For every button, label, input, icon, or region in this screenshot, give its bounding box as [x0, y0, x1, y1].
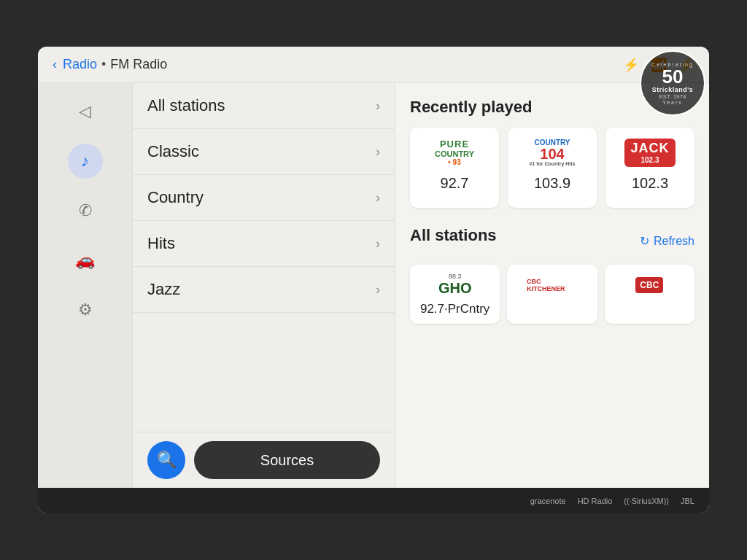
header-left: ‹ Radio • FM Radio [53, 57, 167, 72]
sidebar: ◁ ♪ ✆ 🚗 ⚙ [38, 83, 133, 488]
refresh-label: Refresh [654, 235, 694, 248]
country104-logo: COUNTRY 104 #1 for Country Hits [523, 136, 581, 169]
sirius-xm-label: ((·SiriusXM)) [624, 497, 669, 505]
refresh-button[interactable]: ↻ Refresh [640, 234, 694, 248]
search-button[interactable]: 🔍 [147, 441, 185, 479]
sidebar-item-settings[interactable]: ⚙ [68, 292, 103, 327]
breadcrumb-radio[interactable]: Radio [63, 57, 97, 72]
status-bar: gracenote HD Radio ((·SiriusXM)) JBL [38, 488, 709, 513]
chevron-right-icon: › [376, 236, 380, 252]
strickland-name: Strickland's [652, 86, 694, 93]
hd-radio-label: HD Radio [578, 497, 613, 505]
header: ‹ Radio • FM Radio ⚡ 📶 ⚡ [38, 47, 709, 83]
search-icon: 🔍 [157, 451, 177, 470]
sidebar-item-music[interactable]: ♪ [68, 144, 103, 179]
back-button[interactable]: ‹ [53, 57, 57, 72]
menu-item-all-stations-label: All stations [147, 96, 225, 115]
menu-item-all-stations[interactable]: All stations › [133, 83, 395, 129]
sidebar-item-car[interactable]: 🚗 [68, 243, 103, 278]
chevron-right-icon: › [376, 190, 380, 206]
cbc-logo: CBC [624, 272, 675, 298]
gracenote-label: gracenote [530, 497, 566, 505]
menu-item-classic[interactable]: Classic › [133, 129, 395, 175]
breadcrumb-separator: • [101, 57, 106, 72]
station-row-card-cbc[interactable]: CBC [605, 265, 694, 324]
menu-item-hits-label: Hits [147, 234, 175, 253]
jack-logo: JACK 102.3 [621, 136, 679, 169]
chevron-right-icon: › [376, 144, 380, 160]
bottom-bar: 🔍 Sources [133, 432, 395, 488]
strickland-badge: Celebrating 50 Strickland's EST. 1974 Ye… [636, 47, 709, 120]
left-panel: All stations › Classic › Country › Hits … [133, 83, 395, 488]
main-content: ◁ ♪ ✆ 🚗 ⚙ All stations › Classic › Count… [38, 83, 709, 488]
chevron-right-icon: › [376, 282, 380, 298]
strickland-50: 50 [662, 67, 684, 86]
menu-item-country[interactable]: Country › [133, 175, 395, 221]
station-card-pure-country[interactable]: PURE COUNTRY • 93 92.7 [410, 128, 499, 208]
gho-freq: 92.7·PrCntry [420, 302, 489, 316]
menu-item-classic-label: Classic [147, 142, 199, 161]
station-row-card-cbck[interactable]: CBC KITCHENER [507, 265, 597, 324]
cbck-logo: CBC KITCHENER [527, 272, 578, 298]
pure-country-logo: PURE COUNTRY • 93 [425, 136, 484, 169]
breadcrumb-fmradio: FM Radio [110, 57, 167, 72]
sidebar-item-navigation[interactable]: ◁ [68, 94, 103, 129]
menu-list: All stations › Classic › Country › Hits … [133, 83, 395, 432]
breadcrumb: Radio • FM Radio [63, 57, 167, 72]
menu-item-country-label: Country [147, 188, 204, 207]
jack-freq: 102.3 [632, 175, 668, 192]
sources-button[interactable]: Sources [194, 441, 380, 479]
all-stations-title: All stations [410, 226, 497, 245]
all-stations-header: All stations ↻ Refresh [410, 226, 694, 256]
station-card-jack[interactable]: JACK 102.3 102.3 [605, 128, 694, 208]
menu-item-hits[interactable]: Hits › [133, 221, 395, 267]
menu-item-jazz[interactable]: Jazz › [133, 267, 395, 313]
strickland-est: EST. 1974 [659, 93, 686, 100]
gho-logo: 88.3 GHO [430, 272, 481, 298]
station-card-country104[interactable]: COUNTRY 104 #1 for Country Hits 103.9 [508, 128, 597, 208]
years-text: Years [662, 100, 683, 105]
right-panel: Recently played PURE COUNTRY • 93 92.7 C… [395, 83, 709, 488]
all-stations-cards: 88.3 GHO 92.7·PrCntry CBC KITCHENER [410, 265, 694, 324]
recently-played-cards: PURE COUNTRY • 93 92.7 COUNTRY 104 #1 fo… [410, 128, 694, 208]
sidebar-item-phone[interactable]: ✆ [68, 193, 103, 228]
station-row-card-gho[interactable]: 88.3 GHO 92.7·PrCntry [410, 265, 500, 324]
pure-country-freq: 92.7 [441, 175, 469, 192]
jbl-label: JBL [681, 497, 694, 505]
refresh-icon: ↻ [640, 234, 649, 248]
country104-freq: 103.9 [534, 175, 570, 192]
menu-item-jazz-label: Jazz [147, 280, 180, 299]
chevron-right-icon: › [376, 98, 380, 114]
